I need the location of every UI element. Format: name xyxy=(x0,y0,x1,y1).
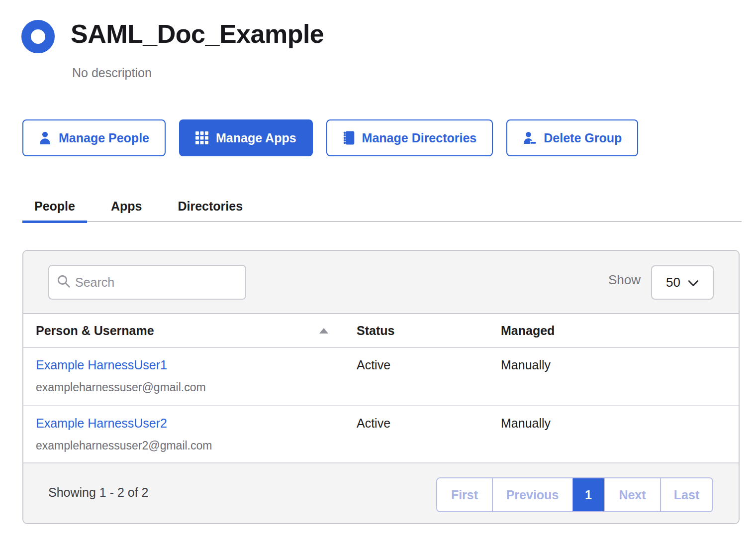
table-row: Example HarnessUser1 exampleharnessuser@… xyxy=(23,348,739,405)
button-label: Manage Directories xyxy=(362,131,477,145)
search-icon xyxy=(56,274,71,291)
status-cell: Active xyxy=(357,358,501,405)
directory-icon xyxy=(343,131,355,145)
group-description: No description xyxy=(72,66,152,80)
page-size-value: 50 xyxy=(666,275,680,290)
person-icon xyxy=(39,131,51,145)
search-input[interactable] xyxy=(75,275,238,290)
grid-icon xyxy=(195,131,208,144)
tab-label: Directories xyxy=(178,199,243,213)
pagination-last-button[interactable]: Last xyxy=(660,478,712,511)
remove-user-icon xyxy=(523,131,536,145)
table-header-row: Person & Username Status Managed xyxy=(23,313,739,348)
person-link[interactable]: Example HarnessUser1 xyxy=(36,358,167,372)
person-link[interactable]: Example HarnessUser2 xyxy=(36,416,167,431)
group-actions: Manage People Manage Apps Manage Directo… xyxy=(22,119,638,156)
column-header-status: Status xyxy=(357,324,501,338)
page-size-select[interactable]: 50 xyxy=(651,265,714,300)
table-toolbar: Show 50 xyxy=(23,251,739,313)
column-header-managed: Managed xyxy=(501,324,739,338)
pagination-next-button[interactable]: Next xyxy=(604,478,660,511)
sort-ascending-icon xyxy=(319,328,328,334)
table-footer: Showing 1 - 2 of 2 First Previous 1 Next… xyxy=(23,462,739,524)
manage-directories-button[interactable]: Manage Directories xyxy=(326,119,493,156)
button-label: Manage Apps xyxy=(216,131,296,145)
tab-label: Apps xyxy=(111,199,142,213)
person-username: exampleharnessuser2@gmail.com xyxy=(36,439,357,452)
tab-label: People xyxy=(34,199,75,213)
pagination-page-1-button[interactable]: 1 xyxy=(572,478,604,511)
pagination-first-button[interactable]: First xyxy=(437,478,492,511)
people-table-panel: Show 50 Person & Username Status Managed… xyxy=(22,250,740,524)
column-header-person[interactable]: Person & Username xyxy=(23,324,357,338)
tab-people[interactable]: People xyxy=(22,193,87,223)
chevron-down-icon xyxy=(688,275,699,290)
status-cell: Active xyxy=(357,416,501,462)
pagination: First Previous 1 Next Last xyxy=(436,477,713,512)
button-label: Delete Group xyxy=(544,131,622,145)
search-box[interactable] xyxy=(48,265,246,300)
show-label: Show xyxy=(608,272,641,288)
table-row: Example HarnessUser2 exampleharnessuser2… xyxy=(23,405,739,462)
tab-apps[interactable]: Apps xyxy=(99,193,154,223)
button-label: Manage People xyxy=(59,131,149,145)
group-tabs: People Apps Directories xyxy=(22,193,742,223)
manage-people-button[interactable]: Manage People xyxy=(22,119,166,156)
manage-apps-button[interactable]: Manage Apps xyxy=(179,119,313,156)
tab-directories[interactable]: Directories xyxy=(166,193,255,223)
group-icon xyxy=(21,20,55,53)
person-username: exampleharnessuser@gmail.com xyxy=(36,381,357,394)
results-summary: Showing 1 - 2 of 2 xyxy=(48,485,149,500)
managed-cell: Manually xyxy=(501,358,739,405)
pagination-previous-button[interactable]: Previous xyxy=(492,478,572,511)
managed-cell: Manually xyxy=(501,416,739,462)
page-title: SAML_Doc_Example xyxy=(71,19,324,49)
delete-group-button[interactable]: Delete Group xyxy=(506,119,638,156)
